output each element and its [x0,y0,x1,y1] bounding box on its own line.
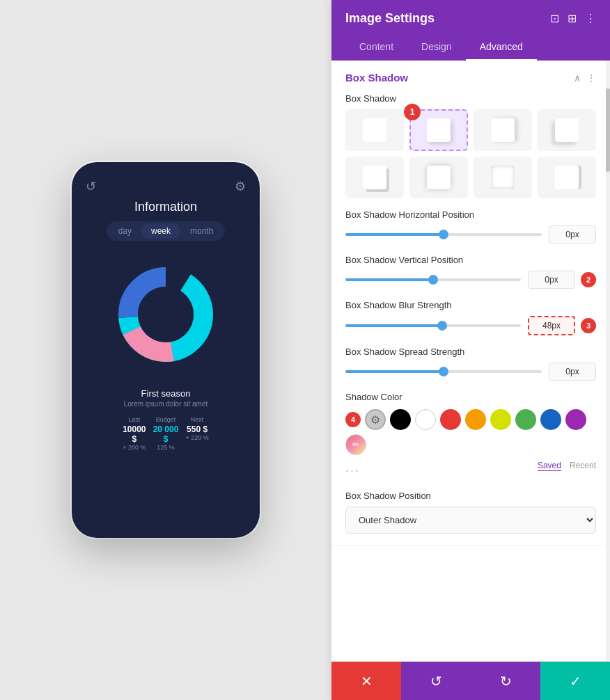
scrollbar-thumb[interactable] [606,88,610,172]
spread-slider-thumb[interactable] [439,367,448,376]
color-red[interactable] [440,409,461,430]
confirm-button[interactable]: ✓ [540,662,610,700]
spread-label: Box Shadow Spread Strength [345,347,596,357]
shadow-option-1[interactable]: 1 [409,109,468,151]
color-yellow[interactable] [490,409,511,430]
spread-value-input[interactable] [549,363,596,381]
badge-2: 2 [581,272,596,287]
shadow-option-3[interactable] [538,109,596,151]
more-icon[interactable]: ⋮ [585,12,596,25]
phone-top-bar: ↺ ⚙ [86,179,246,194]
panel-body: Box Shadow ∧ ⋮ Box Shadow 1 [331,61,610,661]
spread-slider-track[interactable] [345,370,542,373]
vertical-value-input[interactable] [528,271,575,289]
color-tabs: Saved Recent [538,461,596,471]
blur-slider-fill [345,324,442,327]
horizontal-slider-fill [345,233,444,236]
shadow-box-0 [363,118,386,142]
columns-icon[interactable]: ⊞ [568,12,577,25]
box-shadow-label: Box Shadow [345,93,596,104]
collapse-icon[interactable]: ∧ [574,72,581,83]
tab-day[interactable]: day [109,223,141,239]
header-icons: ⊡ ⊞ ⋮ [550,12,596,25]
shadow-position-select[interactable]: Outer Shadow Inner Shadow [345,507,596,534]
section-controls: ∧ ⋮ [574,72,596,83]
stat-budget-change: 125 % [151,444,180,451]
settings-icon: ⚙ [235,179,246,194]
color-custom[interactable]: ✏ [345,434,366,455]
shadow-option-2[interactable] [474,109,532,151]
badge-3: 3 [581,318,596,333]
svg-point-4 [138,287,194,342]
scrollbar-track [606,61,610,661]
badge-4: 4 [345,412,361,427]
blur-slider-thumb[interactable] [437,321,447,331]
blur-slider-track[interactable] [345,324,521,327]
tab-week[interactable]: week [141,223,180,239]
color-blue[interactable] [540,409,561,430]
horizontal-value-input[interactable] [549,225,596,244]
tab-month[interactable]: month [180,223,223,239]
shadow-box-2 [491,118,515,142]
vertical-slider-row: 2 [345,271,596,289]
shadow-position-label: Box Shadow Position [345,491,596,501]
color-purple[interactable] [565,409,586,430]
expand-icon[interactable]: ⊡ [550,12,559,25]
time-tabs: day week month [107,221,226,241]
shadow-box-1 [427,118,451,142]
shadow-option-5[interactable] [409,157,468,198]
color-white[interactable] [415,409,436,430]
tab-design[interactable]: Design [407,34,466,61]
blur-value-input[interactable] [528,316,575,335]
vertical-slider-track[interactable] [345,278,521,281]
phone-footer: First season Lorem ipsum dolor sit amet … [120,388,211,451]
vertical-slider-thumb[interactable] [428,275,438,285]
phone-mockup: ↺ ⚙ Information day week month [72,162,260,538]
blur-label: Box Shadow Blur Strength [345,300,596,310]
color-black[interactable] [390,409,411,430]
shadow-color-label: Shadow Color [345,392,596,402]
right-panel: Image Settings ⊡ ⊞ ⋮ Content Design Adva… [331,0,610,700]
color-orange[interactable] [465,409,486,430]
more-colors-icon[interactable]: ··· [345,463,360,478]
tab-saved[interactable]: Saved [538,461,561,471]
tab-advanced[interactable]: Advanced [466,34,537,61]
horizontal-slider-row [345,225,596,244]
section-more-icon[interactable]: ⋮ [586,72,596,83]
shadow-option-7[interactable] [538,157,596,198]
tab-recent[interactable]: Recent [570,461,596,471]
panel-title: Image Settings [345,11,435,26]
shadow-option-6[interactable] [474,157,532,198]
stat-next-label: Next [183,416,212,423]
panel-tabs: Content Design Advanced [345,34,596,61]
stat-budget-label: Budget [151,416,180,423]
tab-content[interactable]: Content [345,34,407,61]
stats-row: Last 10000 $ + 200 % Budget 20 000 $ 125… [120,416,211,451]
stat-next: Next 550 $ + 220 % [183,416,212,451]
stat-budget: Budget 20 000 $ 125 % [151,416,180,451]
stat-budget-value: 20 000 $ [151,424,180,444]
stat-next-change: + 220 % [183,434,212,441]
horizontal-slider-thumb[interactable] [439,230,448,239]
redo-button[interactable]: ↻ [471,662,540,700]
horizontal-slider-track[interactable] [345,233,542,236]
blur-slider-row: 3 [345,316,596,335]
panel-header: Image Settings ⊡ ⊞ ⋮ Content Design Adva… [331,0,610,61]
cancel-button[interactable]: ✕ [331,662,401,700]
shadow-position-row: Box Shadow Position Outer Shadow Inner S… [345,491,596,534]
stat-next-value: 550 $ [183,424,212,434]
shadow-option-4[interactable] [345,157,404,198]
color-picker-swatch[interactable]: ⚙ [365,409,386,430]
vertical-slider-fill [345,278,433,281]
phone-title: Information [134,200,197,214]
shadow-option-0[interactable] [345,109,404,151]
box-shadow-section: Box Shadow ∧ ⋮ Box Shadow 1 [331,61,610,546]
panel-footer: ✕ ↺ ↻ ✓ [331,661,610,700]
shadow-box-7 [555,166,579,189]
undo-button[interactable]: ↺ [401,662,471,700]
color-green[interactable] [515,409,536,430]
section-header: Box Shadow ∧ ⋮ [345,72,596,83]
shadow-box-6 [491,166,515,189]
footer-sublabel: Lorem ipsum dolor sit amet [120,400,211,408]
stat-last: Last 10000 $ + 200 % [120,416,148,451]
